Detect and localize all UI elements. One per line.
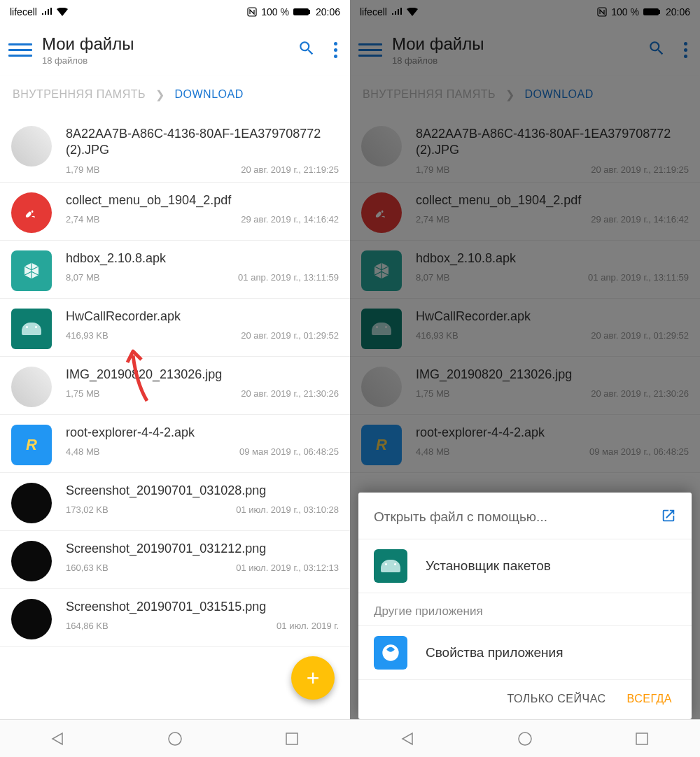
file-name: collect_menu_ob_1904_2.pdf <box>66 192 339 208</box>
apk-icon <box>11 250 52 291</box>
battery-pct: 100 % <box>261 6 289 17</box>
file-size: 416,93 KB <box>66 330 108 341</box>
file-name: Screenshot_20190701_031212.png <box>66 541 339 557</box>
file-size: 173,02 KB <box>66 504 108 515</box>
wifi-icon <box>57 8 68 16</box>
always-button[interactable]: ВСЕГДА <box>627 693 672 705</box>
image-thumbnail-icon <box>11 367 52 407</box>
file-size: 1,75 MB <box>66 388 99 399</box>
sheet-section-other: Другие приложения <box>358 593 692 625</box>
file-size: 164,86 KB <box>66 621 108 631</box>
nav-bar <box>0 719 350 757</box>
file-size: 2,74 MB <box>66 214 99 225</box>
file-date: 01 июл. 2019 г., 03:12:13 <box>236 563 339 573</box>
open-with-sheet: Открыть файл с помощью... Установщик пак… <box>358 493 692 719</box>
pdf-icon <box>11 192 52 233</box>
file-item[interactable]: IMG_20190820_213026.jpg1,75 MB20 авг. 20… <box>0 357 350 415</box>
svg-rect-9 <box>636 733 648 744</box>
file-name: root-explorer-4-4-2.apk <box>66 425 339 441</box>
sheet-title: Открыть файл с помощью... <box>374 509 547 525</box>
screen-right: lifecell 100 % 20:06 Мои файлы 18 файлов <box>350 0 700 757</box>
breadcrumb-current[interactable]: DOWNLOAD <box>175 88 244 101</box>
file-size: 160,63 KB <box>66 563 108 573</box>
file-date: 20 авг. 2019 г., 21:19:25 <box>241 164 339 175</box>
nav-home-button[interactable] <box>166 730 184 748</box>
nav-recents-button[interactable] <box>633 730 651 748</box>
nav-back-button[interactable] <box>49 730 67 748</box>
screen-left: lifecell 100 % 20:06 Мои файлы 18 файлов <box>0 0 350 757</box>
battery-icon <box>293 8 312 16</box>
nfc-icon <box>247 7 257 17</box>
nav-back-button[interactable] <box>399 730 417 748</box>
app-properties-icon <box>374 636 407 670</box>
svg-point-8 <box>519 733 531 745</box>
file-size: 8,07 MB <box>66 272 99 283</box>
file-name: 8A22AA7B-A86C-4136-80AF-1EA379708772 (2)… <box>66 126 339 159</box>
package-installer-icon <box>374 549 407 583</box>
file-item[interactable]: collect_menu_ob_1904_2.pdf2,74 MB29 авг.… <box>0 183 350 241</box>
android-icon <box>11 309 52 349</box>
file-item[interactable]: HwCallRecorder.apk416,93 KB20 авг. 2019 … <box>0 299 350 357</box>
image-thumbnail-icon <box>11 483 52 523</box>
plus-icon: + <box>307 667 320 689</box>
nav-bar <box>350 719 700 757</box>
file-date: 01 апр. 2019 г., 13:11:59 <box>238 272 339 283</box>
breadcrumb-parent[interactable]: ВНУТРЕННЯЯ ПАМЯТЬ <box>13 88 146 101</box>
status-bar: lifecell 100 % 20:06 <box>0 0 350 24</box>
image-thumbnail-icon <box>11 599 52 639</box>
file-name: Screenshot_20190701_031028.png <box>66 483 339 499</box>
nav-recents-button[interactable] <box>283 730 301 748</box>
sheet-option-label: Установщик пакетов <box>426 558 551 574</box>
file-size: 4,48 MB <box>66 446 99 457</box>
svg-rect-4 <box>286 733 298 744</box>
chevron-right-icon: ❯ <box>155 88 165 101</box>
sheet-option-label: Свойства приложения <box>426 645 564 660</box>
fab-add-button[interactable]: + <box>291 656 335 700</box>
file-date: 20 авг. 2019 г., 01:29:52 <box>241 330 339 341</box>
file-name: IMG_20190820_213026.jpg <box>66 367 339 383</box>
file-size: 1,79 MB <box>66 164 99 175</box>
carrier-label: lifecell <box>10 6 37 17</box>
menu-button[interactable] <box>8 38 32 62</box>
file-item[interactable]: Screenshot_20190701_031028.png173,02 KB0… <box>0 473 350 531</box>
file-name: hdbox_2.10.8.apk <box>66 250 339 267</box>
image-thumbnail-icon <box>11 541 52 581</box>
svg-point-3 <box>169 733 181 745</box>
file-list[interactable]: 8A22AA7B-A86C-4136-80AF-1EA379708772 (2)… <box>0 113 350 757</box>
file-date: 01 июл. 2019 г., 03:10:28 <box>236 504 339 515</box>
file-item[interactable]: hdbox_2.10.8.apk8,07 MB01 апр. 2019 г., … <box>0 241 350 299</box>
page-subtitle: 18 файлов <box>42 55 298 66</box>
file-date: 20 авг. 2019 г., 21:30:26 <box>241 388 339 399</box>
svg-rect-2 <box>309 10 310 14</box>
svg-rect-1 <box>293 8 309 15</box>
file-date: 29 авг. 2019 г., 14:16:42 <box>241 214 339 225</box>
overflow-menu-button[interactable] <box>334 42 337 58</box>
file-item[interactable]: Screenshot_20190701_031515.png164,86 KB0… <box>0 589 350 647</box>
file-item[interactable]: Screenshot_20190701_031212.png160,63 KB0… <box>0 531 350 589</box>
just-once-button[interactable]: ТОЛЬКО СЕЙЧАС <box>507 693 606 705</box>
breadcrumb: ВНУТРЕННЯЯ ПАМЯТЬ ❯ DOWNLOAD <box>0 76 350 113</box>
root-explorer-icon: R <box>11 425 52 465</box>
file-name: Screenshot_20190701_031515.png <box>66 599 339 615</box>
app-bar: Мои файлы 18 файлов <box>0 24 350 76</box>
file-date: 09 мая 2019 г., 06:48:25 <box>239 446 339 457</box>
image-thumbnail-icon <box>11 126 52 167</box>
file-item[interactable]: 8A22AA7B-A86C-4136-80AF-1EA379708772 (2)… <box>0 113 350 183</box>
search-button[interactable] <box>298 39 316 60</box>
nav-home-button[interactable] <box>516 730 534 748</box>
file-item[interactable]: Rroot-explorer-4-4-2.apk4,48 MB09 мая 20… <box>0 415 350 473</box>
file-date: 01 июл. 2019 г. <box>276 621 339 631</box>
open-external-button[interactable] <box>661 508 676 526</box>
signal-icon <box>41 8 52 16</box>
clock: 20:06 <box>316 6 340 17</box>
file-name: HwCallRecorder.apk <box>66 309 339 325</box>
sheet-option-package-installer[interactable]: Установщик пакетов <box>358 539 692 593</box>
sheet-option-app-properties[interactable]: Свойства приложения <box>358 625 692 679</box>
page-title: Мои файлы <box>42 34 298 54</box>
